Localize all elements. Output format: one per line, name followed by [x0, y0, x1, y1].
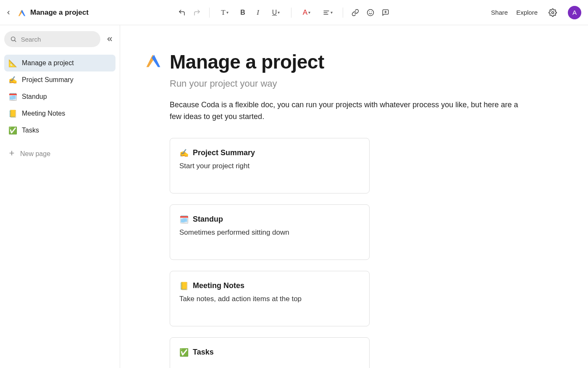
bold-button[interactable]: B [236, 5, 250, 20]
card-icon: 📒 [179, 281, 189, 291]
chevron-down-icon: ▾ [226, 10, 228, 15]
card-title: Project Summary [193, 148, 255, 157]
card-title-row: ✅Tasks [179, 348, 360, 357]
card-title-row: ✍️Project Summary [179, 148, 360, 158]
chevron-down-icon: ▾ [331, 10, 333, 15]
page-title-icon[interactable] [144, 51, 163, 73]
page-card[interactable]: 📒Meeting NotesTake notes, add action ite… [170, 271, 370, 326]
topbar-right: Share Explore A [491, 6, 581, 19]
text-color-button[interactable]: A ▾ [297, 5, 317, 20]
comment-button[interactable] [378, 5, 393, 20]
sidebar-item-label: Manage a project [22, 59, 74, 67]
text-style-letter: T [221, 8, 225, 17]
new-page-button[interactable]: New page [4, 146, 116, 162]
card-desc: Start your project right [179, 162, 360, 170]
underline-button[interactable]: U ▾ [266, 5, 286, 20]
card-icon: 🗓️ [179, 215, 189, 224]
sidebar-item-icon: 📒 [8, 109, 17, 118]
sidebar-item-label: Meeting Notes [22, 110, 65, 117]
sidebar-item-label: Tasks [22, 127, 39, 134]
toolbar-separator [291, 8, 291, 18]
page-card[interactable]: ✅Tasks [170, 337, 370, 368]
card-title: Tasks [193, 348, 214, 357]
new-page-label: New page [20, 150, 50, 158]
settings-button[interactable] [546, 6, 559, 19]
chevron-down-icon: ▾ [278, 10, 280, 15]
card-icon: ✅ [179, 348, 189, 357]
avatar[interactable]: A [568, 6, 581, 19]
svg-point-8 [552, 11, 554, 13]
sidebar-item-label: Project Summary [22, 76, 74, 84]
explore-button[interactable]: Explore [516, 9, 538, 16]
page-title-row: Manage a project [144, 50, 563, 73]
page-card[interactable]: ✍️Project SummaryStart your project righ… [170, 138, 370, 193]
card-title: Standup [193, 215, 223, 224]
card-title: Meeting Notes [193, 281, 244, 290]
share-button[interactable]: Share [491, 9, 508, 16]
sidebar-item[interactable]: 📒Meeting Notes [4, 105, 116, 122]
link-button[interactable] [348, 5, 362, 20]
emoji-button[interactable] [363, 5, 378, 20]
sidebar-item-label: Standup [22, 93, 47, 101]
svg-point-3 [368, 9, 374, 16]
search-input[interactable] [21, 36, 94, 43]
card-title-row: 📒Meeting Notes [179, 281, 360, 291]
page-subtitle[interactable]: Run your project your way [170, 78, 563, 89]
topbar: Manage a project T ▾ B I U ▾ A ▾ ▾ [0, 0, 588, 25]
sidebar-item[interactable]: 🗓️Standup [4, 88, 116, 105]
italic-button[interactable]: I [251, 5, 265, 20]
page-cards: ✍️Project SummaryStart your project righ… [170, 138, 563, 368]
sidebar-item[interactable]: ✅Tasks [4, 122, 116, 139]
body: 📐Manage a project✍️Project Summary🗓️Stan… [0, 25, 588, 368]
page-title[interactable]: Manage a project [170, 50, 324, 73]
doc-icon [17, 8, 27, 18]
page-card[interactable]: 🗓️StandupSometimes performed sitting dow… [170, 204, 370, 260]
toolbar-separator [343, 8, 343, 18]
main-content: Manage a project Run your project your w… [120, 25, 588, 368]
sidebar-item-icon: 📐 [8, 59, 17, 67]
sidebar-item[interactable]: ✍️Project Summary [4, 71, 116, 88]
undo-button[interactable] [175, 5, 189, 20]
page-intro[interactable]: Because Coda is a flexible doc, you can … [170, 99, 527, 123]
chevron-down-icon: ▾ [308, 10, 310, 15]
search-row [4, 31, 116, 47]
back-button[interactable] [3, 8, 13, 18]
align-button[interactable]: ▾ [318, 5, 338, 20]
doc-title[interactable]: Manage a project [30, 8, 89, 17]
search-box[interactable] [4, 31, 100, 47]
card-desc: Sometimes performed sitting down [179, 228, 360, 237]
sidebar-item-icon: ✅ [8, 126, 17, 135]
svg-line-10 [15, 40, 16, 42]
sidebar-item[interactable]: 📐Manage a project [4, 55, 116, 71]
search-icon [10, 35, 17, 43]
card-desc: Take notes, add action items at the top [179, 295, 360, 303]
text-color-letter: A [303, 8, 307, 17]
card-icon: ✍️ [179, 148, 189, 158]
card-title-row: 🗓️Standup [179, 215, 360, 224]
topbar-left: Manage a project [3, 8, 120, 18]
sidebar-item-icon: ✍️ [8, 76, 17, 84]
plus-icon [8, 150, 15, 158]
text-style-button[interactable]: T ▾ [215, 5, 235, 20]
toolbar: T ▾ B I U ▾ A ▾ ▾ [120, 5, 491, 20]
sidebar: 📐Manage a project✍️Project Summary🗓️Stan… [0, 25, 120, 368]
toolbar-separator [209, 8, 210, 18]
sidebar-item-icon: 🗓️ [8, 93, 17, 101]
collapse-sidebar-button[interactable] [104, 33, 116, 45]
redo-button[interactable] [190, 5, 204, 20]
